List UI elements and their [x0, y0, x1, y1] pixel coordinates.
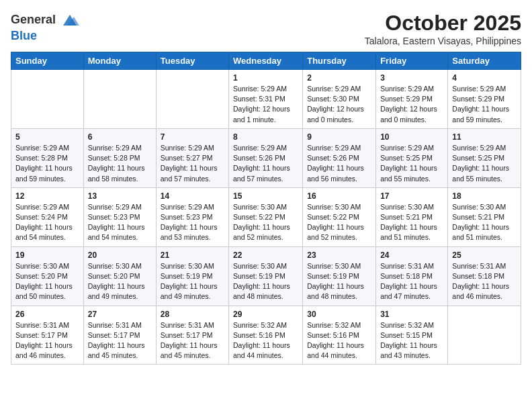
day-number: 22: [233, 250, 298, 260]
calendar-cell: 13Sunrise: 5:29 AMSunset: 5:23 PMDayligh…: [83, 187, 156, 246]
day-info: Sunrise: 5:29 AMSunset: 5:31 PMDaylight:…: [233, 84, 298, 125]
calendar-cell: 23Sunrise: 5:30 AMSunset: 5:19 PMDayligh…: [303, 246, 376, 306]
calendar-cell: 16Sunrise: 5:30 AMSunset: 5:22 PMDayligh…: [303, 187, 376, 246]
calendar-cell: 5Sunrise: 5:29 AMSunset: 5:28 PMDaylight…: [11, 128, 84, 187]
day-info: Sunrise: 5:30 AMSunset: 5:22 PMDaylight:…: [307, 202, 371, 243]
day-number: 9: [307, 132, 371, 142]
calendar-cell: 6Sunrise: 5:29 AMSunset: 5:28 PMDaylight…: [83, 128, 156, 187]
calendar-cell: 4Sunrise: 5:29 AMSunset: 5:29 PMDaylight…: [448, 70, 521, 129]
day-info: Sunrise: 5:29 AMSunset: 5:25 PMDaylight:…: [380, 143, 443, 184]
day-info: Sunrise: 5:29 AMSunset: 5:26 PMDaylight:…: [233, 143, 298, 184]
calendar-cell: [11, 70, 84, 129]
day-number: 7: [161, 132, 224, 142]
calendar-cell: 11Sunrise: 5:29 AMSunset: 5:25 PMDayligh…: [448, 128, 521, 187]
day-number: 18: [452, 191, 517, 201]
weekday-header: Sunday: [11, 52, 84, 70]
calendar-cell: 28Sunrise: 5:31 AMSunset: 5:17 PMDayligh…: [156, 306, 228, 365]
day-info: Sunrise: 5:31 AMSunset: 5:17 PMDaylight:…: [15, 320, 79, 361]
day-number: 20: [88, 250, 152, 260]
weekday-header-row: SundayMondayTuesdayWednesdayThursdayFrid…: [11, 52, 521, 70]
location-title: Talalora, Eastern Visayas, Philippines: [365, 36, 521, 46]
day-number: 23: [307, 250, 371, 260]
calendar-cell: 27Sunrise: 5:31 AMSunset: 5:17 PMDayligh…: [83, 306, 156, 365]
calendar-cell: 7Sunrise: 5:29 AMSunset: 5:27 PMDaylight…: [156, 128, 228, 187]
logo-general: General: [11, 13, 56, 26]
day-info: Sunrise: 5:29 AMSunset: 5:29 PMDaylight:…: [380, 84, 443, 125]
calendar-cell: 14Sunrise: 5:29 AMSunset: 5:23 PMDayligh…: [156, 187, 228, 246]
calendar-body: 1Sunrise: 5:29 AMSunset: 5:31 PMDaylight…: [11, 70, 521, 365]
day-number: 28: [161, 310, 224, 319]
day-info: Sunrise: 5:31 AMSunset: 5:17 PMDaylight:…: [161, 320, 224, 361]
calendar-cell: 30Sunrise: 5:32 AMSunset: 5:16 PMDayligh…: [303, 306, 376, 365]
calendar-cell: [448, 306, 521, 365]
day-number: 5: [15, 132, 79, 142]
logo-icon: [60, 11, 79, 30]
day-info: Sunrise: 5:30 AMSunset: 5:22 PMDaylight:…: [233, 202, 298, 243]
calendar-week-row: 1Sunrise: 5:29 AMSunset: 5:31 PMDaylight…: [11, 70, 521, 129]
day-info: Sunrise: 5:30 AMSunset: 5:21 PMDaylight:…: [380, 202, 443, 243]
weekday-header: Wednesday: [229, 52, 303, 70]
calendar-cell: 22Sunrise: 5:30 AMSunset: 5:19 PMDayligh…: [229, 246, 303, 306]
calendar-cell: 25Sunrise: 5:31 AMSunset: 5:18 PMDayligh…: [448, 246, 521, 306]
calendar-cell: 9Sunrise: 5:29 AMSunset: 5:26 PMDaylight…: [303, 128, 376, 187]
day-number: 14: [161, 191, 224, 201]
weekday-header: Saturday: [448, 52, 521, 70]
day-number: 13: [88, 191, 152, 201]
day-info: Sunrise: 5:31 AMSunset: 5:18 PMDaylight:…: [452, 261, 517, 302]
day-info: Sunrise: 5:29 AMSunset: 5:26 PMDaylight:…: [307, 143, 371, 184]
day-number: 15: [233, 191, 298, 201]
day-number: 26: [15, 310, 79, 319]
weekday-header: Friday: [376, 52, 448, 70]
day-number: 27: [88, 310, 152, 319]
day-number: 1: [233, 73, 298, 83]
day-number: 3: [380, 73, 443, 83]
calendar-cell: 24Sunrise: 5:31 AMSunset: 5:18 PMDayligh…: [376, 246, 448, 306]
day-info: Sunrise: 5:29 AMSunset: 5:30 PMDaylight:…: [307, 84, 371, 125]
day-info: Sunrise: 5:32 AMSunset: 5:16 PMDaylight:…: [233, 320, 298, 361]
day-number: 25: [452, 250, 517, 260]
day-info: Sunrise: 5:29 AMSunset: 5:27 PMDaylight:…: [161, 143, 224, 184]
day-info: Sunrise: 5:30 AMSunset: 5:19 PMDaylight:…: [233, 261, 298, 302]
day-number: 4: [452, 73, 517, 83]
calendar-cell: 10Sunrise: 5:29 AMSunset: 5:25 PMDayligh…: [376, 128, 448, 187]
day-info: Sunrise: 5:30 AMSunset: 5:20 PMDaylight:…: [15, 261, 79, 302]
weekday-header: Thursday: [303, 52, 376, 70]
calendar-cell: [156, 70, 228, 129]
day-info: Sunrise: 5:32 AMSunset: 5:15 PMDaylight:…: [380, 320, 443, 361]
calendar-cell: 3Sunrise: 5:29 AMSunset: 5:29 PMDaylight…: [376, 70, 448, 129]
day-number: 24: [380, 250, 443, 260]
calendar-cell: 29Sunrise: 5:32 AMSunset: 5:16 PMDayligh…: [229, 306, 303, 365]
weekday-header: Tuesday: [156, 52, 228, 70]
calendar-cell: [83, 70, 156, 129]
calendar-cell: 17Sunrise: 5:30 AMSunset: 5:21 PMDayligh…: [376, 187, 448, 246]
calendar-week-row: 26Sunrise: 5:31 AMSunset: 5:17 PMDayligh…: [11, 306, 521, 365]
day-number: 17: [380, 191, 443, 201]
calendar-cell: 19Sunrise: 5:30 AMSunset: 5:20 PMDayligh…: [11, 246, 84, 306]
calendar-week-row: 19Sunrise: 5:30 AMSunset: 5:20 PMDayligh…: [11, 246, 521, 306]
header: General Blue October 2025 Talalora, East…: [11, 11, 521, 46]
calendar: SundayMondayTuesdayWednesdayThursdayFrid…: [11, 52, 521, 365]
day-number: 29: [233, 310, 298, 319]
day-info: Sunrise: 5:29 AMSunset: 5:29 PMDaylight:…: [452, 84, 517, 125]
day-number: 30: [307, 310, 371, 319]
day-info: Sunrise: 5:30 AMSunset: 5:19 PMDaylight:…: [161, 261, 224, 302]
day-info: Sunrise: 5:31 AMSunset: 5:18 PMDaylight:…: [380, 261, 443, 302]
calendar-cell: 15Sunrise: 5:30 AMSunset: 5:22 PMDayligh…: [229, 187, 303, 246]
calendar-week-row: 5Sunrise: 5:29 AMSunset: 5:28 PMDaylight…: [11, 128, 521, 187]
day-info: Sunrise: 5:29 AMSunset: 5:24 PMDaylight:…: [15, 202, 79, 243]
calendar-cell: 20Sunrise: 5:30 AMSunset: 5:20 PMDayligh…: [83, 246, 156, 306]
calendar-cell: 18Sunrise: 5:30 AMSunset: 5:21 PMDayligh…: [448, 187, 521, 246]
day-number: 6: [88, 132, 152, 142]
logo-blue: Blue: [11, 29, 37, 42]
calendar-cell: 31Sunrise: 5:32 AMSunset: 5:15 PMDayligh…: [376, 306, 448, 365]
day-info: Sunrise: 5:29 AMSunset: 5:25 PMDaylight:…: [452, 143, 517, 184]
day-info: Sunrise: 5:29 AMSunset: 5:23 PMDaylight:…: [161, 202, 224, 243]
calendar-cell: 21Sunrise: 5:30 AMSunset: 5:19 PMDayligh…: [156, 246, 228, 306]
day-info: Sunrise: 5:30 AMSunset: 5:20 PMDaylight:…: [88, 261, 152, 302]
day-number: 19: [15, 250, 79, 260]
day-number: 11: [452, 132, 517, 142]
calendar-cell: 12Sunrise: 5:29 AMSunset: 5:24 PMDayligh…: [11, 187, 84, 246]
day-info: Sunrise: 5:29 AMSunset: 5:28 PMDaylight:…: [15, 143, 79, 184]
day-number: 12: [15, 191, 79, 201]
calendar-cell: 1Sunrise: 5:29 AMSunset: 5:31 PMDaylight…: [229, 70, 303, 129]
